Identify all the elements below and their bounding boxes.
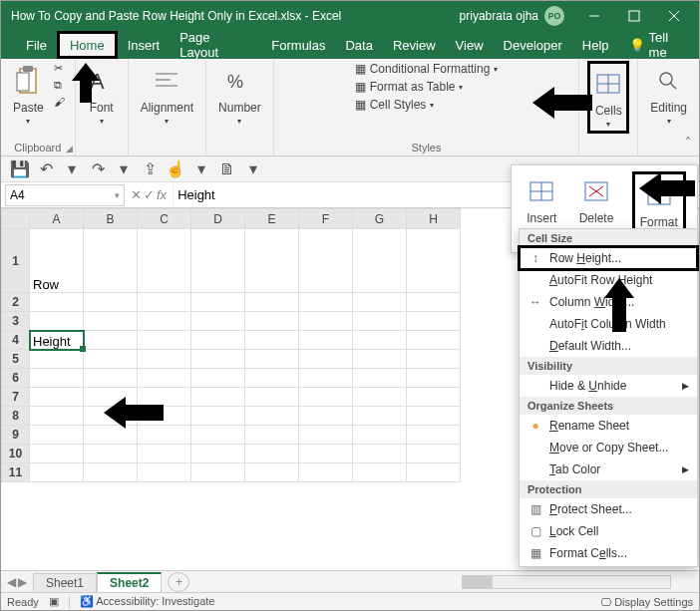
- format-as-table-button[interactable]: ▦Format as Table▾: [355, 79, 499, 95]
- cell-a4[interactable]: Height: [30, 331, 84, 350]
- col-header-b[interactable]: B: [84, 209, 138, 229]
- cell[interactable]: [353, 293, 407, 312]
- menu-lock-cell[interactable]: ▢ Lock Cell: [520, 520, 697, 542]
- cell[interactable]: [245, 426, 299, 445]
- col-header-a[interactable]: A: [30, 209, 84, 229]
- cell[interactable]: [299, 407, 353, 426]
- row-header-5[interactable]: 5: [2, 350, 30, 369]
- qat-customize[interactable]: ▾: [242, 158, 264, 180]
- cell[interactable]: [353, 369, 407, 388]
- qat-dropdown-2[interactable]: ▾: [113, 158, 135, 180]
- cell[interactable]: [30, 293, 84, 312]
- cell[interactable]: [299, 331, 353, 350]
- new-file-button[interactable]: 🗎: [216, 158, 238, 180]
- menu-hide-unhide[interactable]: Hide & Unhide ▶: [520, 375, 697, 397]
- col-header-h[interactable]: H: [407, 209, 461, 229]
- cell[interactable]: [84, 369, 138, 388]
- cell[interactable]: [30, 388, 84, 407]
- cell[interactable]: [191, 293, 245, 312]
- cell[interactable]: [30, 463, 84, 482]
- qat-dropdown-3[interactable]: ▾: [190, 158, 212, 180]
- editing-button[interactable]: Editing ▾: [646, 61, 691, 128]
- cell[interactable]: [299, 229, 353, 293]
- menu-default-width[interactable]: Default Width...: [520, 335, 697, 357]
- cell[interactable]: [30, 312, 84, 331]
- cell[interactable]: [84, 229, 138, 293]
- select-all-corner[interactable]: [2, 209, 30, 229]
- cell[interactable]: [30, 350, 84, 369]
- cell[interactable]: [191, 407, 245, 426]
- col-header-d[interactable]: D: [191, 209, 245, 229]
- cell[interactable]: [299, 445, 353, 463]
- save-button[interactable]: 💾: [9, 158, 31, 180]
- cell[interactable]: [138, 229, 191, 293]
- sheet-tab-sheet1[interactable]: Sheet1: [33, 573, 97, 593]
- close-button[interactable]: [654, 1, 694, 31]
- cell[interactable]: [138, 369, 191, 388]
- qat-dropdown[interactable]: ▾: [61, 158, 83, 180]
- maximize-button[interactable]: [614, 1, 654, 31]
- display-settings-button[interactable]: 🖵 Display Settings: [600, 596, 693, 608]
- cell[interactable]: [245, 445, 299, 463]
- row-header-8[interactable]: 8: [2, 407, 30, 426]
- cell[interactable]: [353, 407, 407, 426]
- cell[interactable]: [30, 369, 84, 388]
- menu-format-cells[interactable]: ▦ Format Cells...: [520, 542, 697, 564]
- cell[interactable]: [138, 445, 191, 463]
- cell[interactable]: [191, 312, 245, 331]
- cell[interactable]: [245, 388, 299, 407]
- cell[interactable]: [84, 350, 138, 369]
- row-header-7[interactable]: 7: [2, 388, 30, 407]
- cell[interactable]: [191, 369, 245, 388]
- cell[interactable]: [245, 407, 299, 426]
- cell[interactable]: [191, 388, 245, 407]
- cell[interactable]: [84, 331, 138, 350]
- touch-mode-button[interactable]: ☝: [165, 158, 186, 180]
- macro-record-button[interactable]: ▣: [49, 595, 59, 608]
- undo-button[interactable]: ↶: [35, 158, 57, 180]
- col-header-c[interactable]: C: [138, 209, 191, 229]
- cell[interactable]: [191, 463, 245, 482]
- cell[interactable]: [407, 407, 461, 426]
- name-box[interactable]: A4 ▾: [5, 184, 125, 206]
- alignment-button[interactable]: Alignment ▾: [137, 61, 197, 128]
- cell[interactable]: [407, 293, 461, 312]
- cell[interactable]: [299, 293, 353, 312]
- col-header-g[interactable]: G: [353, 209, 407, 229]
- cell[interactable]: [353, 331, 407, 350]
- row-header-2[interactable]: 2: [2, 293, 30, 312]
- cell[interactable]: [245, 293, 299, 312]
- cell[interactable]: [191, 331, 245, 350]
- accessibility-status[interactable]: ♿ Accessibility: Investigate: [80, 595, 215, 608]
- user-area[interactable]: priyabrata ojha PO: [460, 6, 564, 26]
- tell-me[interactable]: 💡 Tell me: [619, 31, 699, 59]
- cell-a1[interactable]: Row: [30, 229, 84, 293]
- cell[interactable]: [30, 445, 84, 463]
- sheet-nav-next[interactable]: ▶: [18, 575, 27, 589]
- col-header-f[interactable]: F: [299, 209, 353, 229]
- cell[interactable]: [407, 445, 461, 463]
- cell[interactable]: [191, 426, 245, 445]
- menu-page-layout[interactable]: Page Layout: [170, 31, 261, 59]
- menu-file[interactable]: File: [16, 31, 57, 59]
- add-sheet-button[interactable]: +: [168, 572, 189, 592]
- menu-home[interactable]: Home: [60, 34, 115, 56]
- menu-review[interactable]: Review: [383, 31, 446, 59]
- cell[interactable]: [299, 369, 353, 388]
- row-header-1[interactable]: 1: [2, 229, 30, 293]
- cell[interactable]: [191, 229, 245, 293]
- cell[interactable]: [407, 426, 461, 445]
- cell[interactable]: [407, 388, 461, 407]
- cell[interactable]: [407, 369, 461, 388]
- cell[interactable]: [245, 463, 299, 482]
- cell[interactable]: [84, 445, 138, 463]
- sheet-nav-prev[interactable]: ◀: [7, 575, 16, 589]
- cell[interactable]: [30, 426, 84, 445]
- horizontal-scrollbar[interactable]: [462, 575, 671, 589]
- row-header-3[interactable]: 3: [2, 312, 30, 331]
- menu-view[interactable]: View: [446, 31, 494, 59]
- menu-tab-color[interactable]: Tab Color ▶: [520, 458, 697, 480]
- cell[interactable]: [407, 463, 461, 482]
- share-button[interactable]: ⇪: [139, 158, 161, 180]
- cell[interactable]: [353, 350, 407, 369]
